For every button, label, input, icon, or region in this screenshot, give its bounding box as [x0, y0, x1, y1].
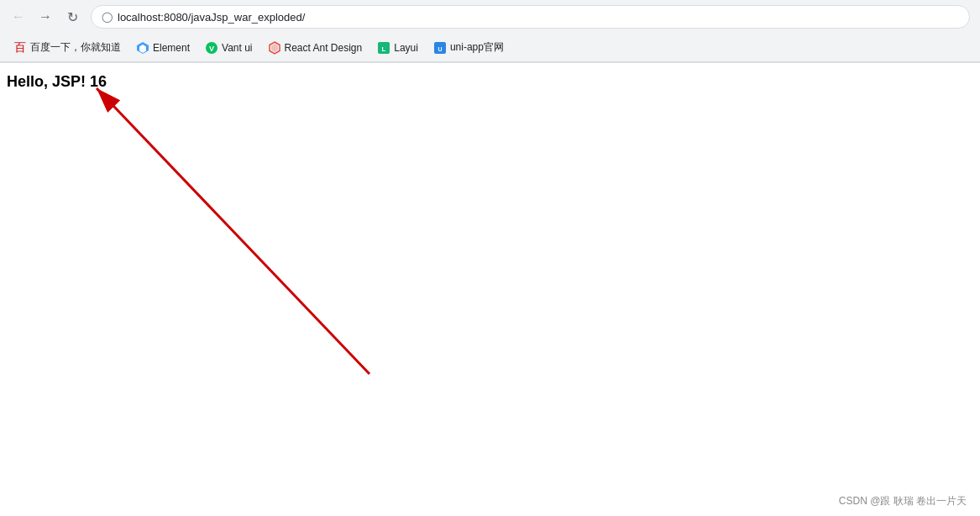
- svg-text:L: L: [382, 45, 386, 53]
- bookmark-layui[interactable]: L Layui: [370, 39, 425, 57]
- bookmark-react-ant[interactable]: React Ant Design: [261, 39, 369, 57]
- svg-marker-5: [271, 44, 278, 52]
- bookmark-react-ant-label: React Ant Design: [285, 42, 363, 54]
- vant-icon: V: [205, 41, 218, 55]
- svg-line-11: [97, 88, 369, 374]
- nav-bar: ← → ↻ ◯ localhost:8080/javaJsp_war_explo…: [0, 0, 980, 34]
- uniapp-icon: U: [433, 41, 447, 55]
- react-ant-icon: [268, 41, 281, 55]
- forward-button[interactable]: →: [34, 5, 57, 29]
- layui-icon: L: [377, 41, 390, 55]
- bookmark-element-label: Element: [153, 42, 190, 54]
- bookmarks-bar: 百 百度一下，你就知道 Element V Vant ui: [0, 34, 980, 62]
- bookmark-baidu-label: 百度一下，你就知道: [30, 40, 121, 55]
- page-content: Hello, JSP! 16 CSDN @跟 耿瑞 卷出一片天: [0, 63, 980, 516]
- bookmark-vant-label: Vant ui: [222, 42, 252, 54]
- bookmark-baidu[interactable]: 百 百度一下，你就知道: [7, 38, 128, 57]
- svg-text:U: U: [438, 46, 442, 52]
- bookmark-layui-label: Layui: [394, 42, 418, 54]
- reload-button[interactable]: ↻: [60, 5, 84, 29]
- annotation-arrow: [0, 63, 980, 516]
- hello-text: Hello, JSP! 16: [7, 73, 973, 91]
- footer-watermark: CSDN @跟 耿瑞 卷出一片天: [839, 494, 967, 508]
- address-bar[interactable]: ◯ localhost:8080/javaJsp_war_exploded/: [91, 5, 970, 29]
- element-icon: [136, 41, 149, 55]
- address-text: localhost:8080/javaJsp_war_exploded/: [118, 11, 305, 24]
- svg-text:V: V: [209, 45, 214, 53]
- lock-icon: ◯: [102, 11, 113, 23]
- watermark-text: CSDN @跟 耿瑞 卷出一片天: [839, 495, 967, 507]
- bookmark-uniapp[interactable]: U uni-app官网: [427, 38, 511, 57]
- back-button[interactable]: ←: [7, 5, 30, 29]
- bookmark-uniapp-label: uni-app官网: [450, 40, 504, 55]
- baidu-icon: 百: [13, 41, 27, 55]
- bookmark-vant[interactable]: V Vant ui: [198, 39, 259, 57]
- bookmark-element[interactable]: Element: [129, 39, 197, 57]
